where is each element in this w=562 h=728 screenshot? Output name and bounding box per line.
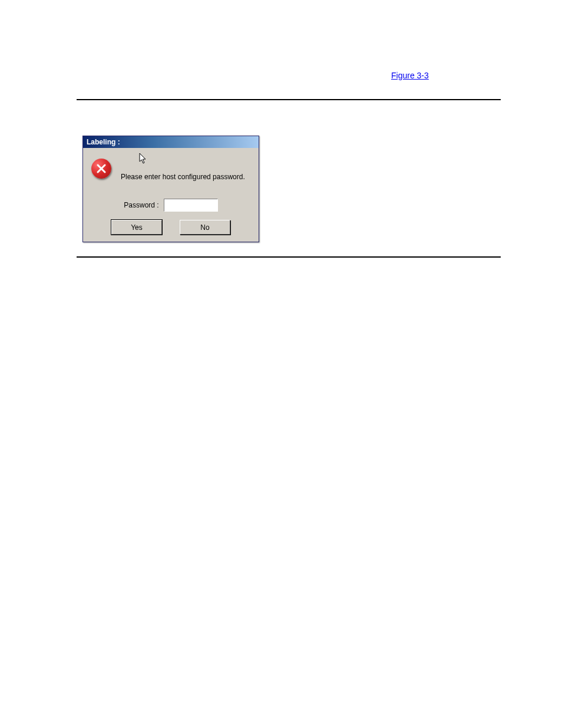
divider-top [77,99,501,100]
dialog-figure: Labeling : [82,136,501,242]
svg-marker-2 [140,153,146,163]
button-row: Yes No [91,220,250,235]
dialog-body: Please enter host configured password. P… [83,148,259,242]
password-label: Password : [124,201,158,209]
message-row: Please enter host configured password. [91,156,250,182]
password-dialog: Labeling : [82,136,259,242]
no-button[interactable]: No [180,220,230,235]
dialog-title: Labeling : [87,138,120,146]
dialog-message: Please enter host configured password. [121,173,250,181]
cursor-arrow-icon [138,153,148,164]
error-icon [91,159,113,180]
message-area: Please enter host configured password. [121,157,250,181]
divider-bottom [77,256,501,258]
password-row: Password : [91,199,250,212]
error-x-icon [91,159,111,179]
password-input[interactable] [164,199,218,212]
yes-button[interactable]: Yes [111,220,162,235]
dialog-title-bar: Labeling : [83,136,259,148]
figure-link[interactable]: Figure 3-3 [391,71,429,80]
page-content: Figure 3-3 Labeling : [77,71,501,258]
